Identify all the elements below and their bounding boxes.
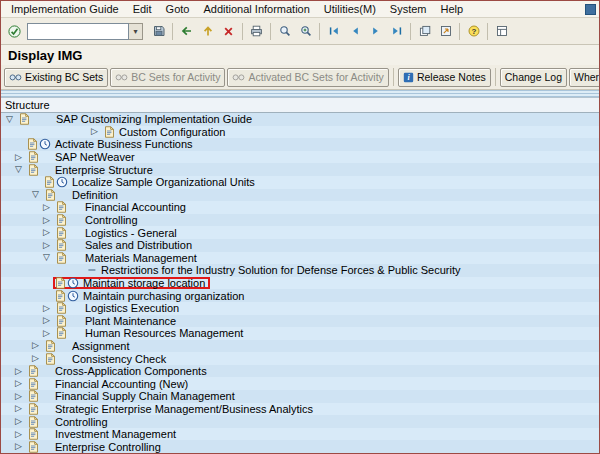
tree-node-label[interactable]: Strategic Enterprise Management/Business…: [55, 403, 313, 415]
prev-page-button[interactable]: [344, 21, 365, 42]
tree-node-label[interactable]: Human Resources Management: [85, 327, 243, 339]
collapse-icon[interactable]: ▽: [6, 115, 19, 124]
where-else-used-button[interactable]: Where Else Used: [569, 68, 599, 87]
tree-node-label[interactable]: Financial Supply Chain Management: [55, 390, 235, 402]
tree-node[interactable]: ▷Consistency Check: [30, 352, 171, 365]
tree-node-label[interactable]: Activate Business Functions: [55, 138, 193, 150]
expand-icon[interactable]: ▷: [43, 203, 56, 212]
tree-node[interactable]: Restrictions for the Industry Solution f…: [85, 264, 466, 277]
tree-node-label[interactable]: Logistics - General: [85, 227, 177, 239]
expand-icon[interactable]: ▷: [91, 127, 104, 136]
tree-node[interactable]: ▷Financial Accounting: [41, 201, 191, 214]
expand-icon[interactable]: ▷: [43, 316, 56, 325]
menu-edit[interactable]: Edit: [126, 2, 159, 17]
menu-system[interactable]: System: [383, 2, 434, 17]
tree-node-label[interactable]: Consistency Check: [72, 353, 166, 365]
tree-node[interactable]: ▷Enterprise Controlling: [13, 440, 166, 453]
enter-button[interactable]: [4, 21, 25, 42]
activated-bc-sets-for-activity-button[interactable]: Activated BC Sets for Activity: [227, 68, 388, 87]
tree-node[interactable]: ▷Sales and Distribution: [41, 239, 197, 252]
next-page-button[interactable]: [365, 21, 386, 42]
tree-node-label[interactable]: Sales and Distribution: [85, 239, 192, 251]
save-button[interactable]: [148, 21, 169, 42]
tree-node[interactable]: ▷Custom Configuration: [89, 126, 230, 139]
expand-icon[interactable]: ▷: [15, 379, 28, 388]
tree-node-label[interactable]: Enterprise Controlling: [55, 441, 161, 453]
tree-node[interactable]: Activate Business Functions: [25, 138, 198, 151]
tree-node[interactable]: ▷Controlling: [13, 415, 113, 428]
tree-node-label[interactable]: Logistics Execution: [85, 302, 179, 314]
tree-node[interactable]: Localize Sample Organizational Units: [42, 176, 260, 189]
tree-node-label[interactable]: Custom Configuration: [119, 126, 225, 138]
expand-icon[interactable]: ▷: [15, 392, 28, 401]
tree-node-label[interactable]: Plant Maintenance: [85, 315, 176, 327]
tree-node[interactable]: ▷Cross-Application Components: [13, 365, 212, 378]
expand-icon[interactable]: ▷: [43, 228, 56, 237]
help-button[interactable]: ?: [463, 21, 484, 42]
menu-additional-information[interactable]: Additional Information: [196, 2, 316, 17]
tree-node-label[interactable]: Materials Management: [85, 252, 197, 264]
expand-icon[interactable]: ▷: [32, 354, 45, 363]
layout-button[interactable]: [491, 21, 512, 42]
expand-icon[interactable]: ▷: [15, 430, 28, 439]
tree-node-label[interactable]: Enterprise Structure: [55, 164, 153, 176]
collapse-icon[interactable]: ▽: [15, 165, 28, 174]
command-input[interactable]: [27, 23, 129, 40]
tree-node-label[interactable]: Financial Accounting: [85, 201, 186, 213]
window-control-icon[interactable]: [585, 4, 596, 15]
tree-node-label[interactable]: Assignment: [72, 340, 129, 352]
collapse-icon[interactable]: ▽: [32, 190, 45, 199]
tree-node[interactable]: ▷Assignment: [30, 340, 134, 353]
tree-node-label[interactable]: Restrictions for the Industry Solution f…: [101, 264, 461, 276]
command-dropdown-icon[interactable]: ▾: [129, 23, 143, 40]
existing-bc-sets-button[interactable]: Existing BC Sets: [4, 68, 108, 87]
new-session-button[interactable]: [414, 21, 435, 42]
tree-node-label[interactable]: Maintain purchasing organization: [83, 290, 244, 302]
tree-node-label[interactable]: Cross-Application Components: [55, 365, 207, 377]
tree-node[interactable]: Maintain purchasing organization: [53, 289, 249, 302]
expand-icon[interactable]: ▷: [43, 241, 56, 250]
tree-node[interactable]: ▷Human Resources Management: [41, 327, 248, 340]
tree-node[interactable]: ▷Controlling: [41, 214, 143, 227]
change-log-button[interactable]: Change Log: [500, 68, 567, 87]
expand-icon[interactable]: ▷: [15, 367, 28, 376]
shortcut-button[interactable]: [435, 21, 456, 42]
expand-icon[interactable]: ▷: [43, 329, 56, 338]
tree-node[interactable]: ▽Materials Management: [41, 252, 202, 265]
print-button[interactable]: [246, 21, 267, 42]
tree-node-label[interactable]: Definition: [72, 189, 118, 201]
tree-node[interactable]: ▷Strategic Enterprise Management/Busines…: [13, 403, 318, 416]
expand-icon[interactable]: ▷: [15, 153, 28, 162]
tree-node-label[interactable]: Localize Sample Organizational Units: [72, 176, 255, 188]
find-next-button[interactable]: [295, 21, 316, 42]
expand-icon[interactable]: ▷: [15, 417, 28, 426]
release-notes-button[interactable]: iRelease Notes: [398, 68, 491, 87]
tree-node-label[interactable]: Controlling: [85, 214, 138, 226]
tree-node-label[interactable]: Maintain storage location: [83, 277, 205, 289]
tree-node[interactable]: ▷Plant Maintenance: [41, 315, 181, 328]
exit-button[interactable]: [197, 21, 218, 42]
tree-node-label[interactable]: Investment Management: [55, 428, 176, 440]
tree-node[interactable]: ▷Logistics - General: [41, 226, 182, 239]
cancel-button[interactable]: [218, 21, 239, 42]
menu-implementation-guide[interactable]: Implementation Guide: [4, 2, 126, 17]
tree-node-label[interactable]: SAP Customizing Implementation Guide: [56, 113, 252, 125]
tree-node[interactable]: ▷Financial Accounting (New): [13, 377, 193, 390]
menu-goto[interactable]: Goto: [159, 2, 197, 17]
menu-utilities-m[interactable]: Utilities(M): [317, 2, 383, 17]
tree-node[interactable]: ▷Logistics Execution: [41, 302, 184, 315]
tree-node[interactable]: ▽Definition: [30, 189, 123, 202]
expand-icon[interactable]: ▷: [43, 304, 56, 313]
highlighted-tree-node[interactable]: Maintain storage location: [53, 277, 210, 290]
tree-node-label[interactable]: SAP NetWeaver: [55, 151, 135, 163]
expand-icon[interactable]: ▷: [43, 216, 56, 225]
tree-node[interactable]: ▷SAP NetWeaver: [13, 151, 140, 164]
expand-icon[interactable]: ▷: [32, 341, 45, 350]
first-page-button[interactable]: [323, 21, 344, 42]
bc-sets-for-activity-button[interactable]: BC Sets for Activity: [110, 68, 225, 87]
tree-node[interactable]: ▽SAP Customizing Implementation Guide: [4, 113, 257, 126]
tree-node-label[interactable]: Financial Accounting (New): [55, 378, 188, 390]
expand-icon[interactable]: ▷: [15, 404, 28, 413]
collapse-icon[interactable]: ▽: [43, 253, 56, 262]
find-button[interactable]: [274, 21, 295, 42]
